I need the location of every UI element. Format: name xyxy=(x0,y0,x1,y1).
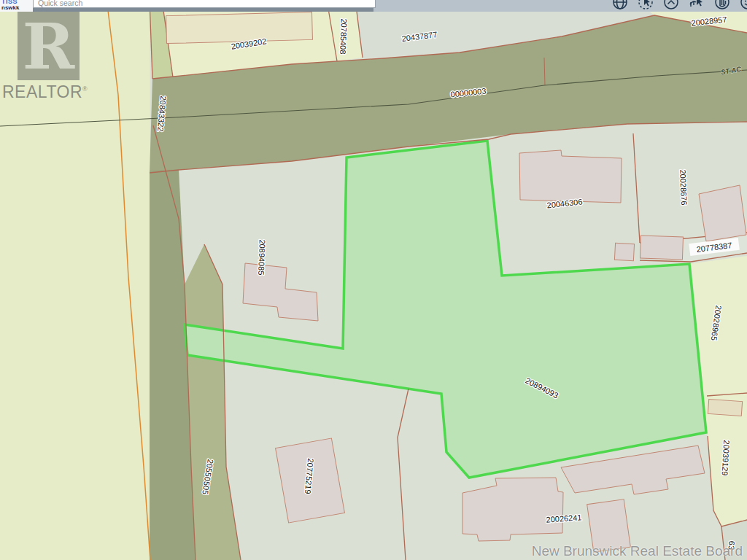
building-20028965 xyxy=(708,399,742,416)
app-text-fragment: nswkk xyxy=(1,4,19,11)
select-cursor-icon[interactable] xyxy=(638,0,654,10)
parcel-label-20785408: 20785408 xyxy=(338,18,349,54)
measure-cursor-icon[interactable] xyxy=(689,0,705,10)
app-logo-fragment: TISS nswkk xyxy=(0,0,33,12)
top-toolbar: TISS nswkk xyxy=(0,0,747,12)
globe-icon[interactable] xyxy=(612,0,628,10)
building-20039202 xyxy=(166,12,313,43)
building-20026241-south xyxy=(587,499,631,552)
quick-search-input[interactable] xyxy=(33,0,376,8)
parcel-label-20894085: 20894085 xyxy=(257,239,267,275)
building-small-square xyxy=(614,243,634,260)
collapse-up-icon[interactable] xyxy=(663,0,679,10)
pan-hand-icon[interactable] xyxy=(714,0,730,10)
building-small-rect xyxy=(640,236,683,260)
map-canvas[interactable]: 20039202 20785408 20437877 20028957 2084… xyxy=(0,0,747,560)
parcel-label-20028676: 20028676 xyxy=(678,169,689,205)
map-toolbar xyxy=(612,0,747,10)
parcel-label-20039129: 20039129 xyxy=(721,440,732,476)
building-20046306 xyxy=(519,150,622,203)
building-20028676 xyxy=(699,185,746,241)
identify-icon[interactable] xyxy=(740,0,747,10)
parcel-label-partial: 63 xyxy=(727,540,736,550)
